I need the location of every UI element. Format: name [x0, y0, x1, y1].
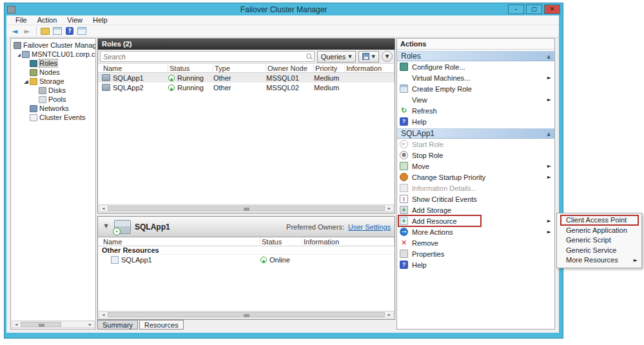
action-move[interactable]: Move ►	[397, 161, 554, 172]
collapse-icon[interactable]: ▲	[547, 129, 551, 138]
action-refresh[interactable]: ↻ Refresh	[397, 105, 554, 116]
submenu-generic-service[interactable]: Generic Service	[557, 246, 641, 256]
app-window: Failover Cluster Manager – □ ✕ File Acti…	[4, 3, 563, 339]
submenu-client-access-point[interactable]: Client Access Point	[557, 215, 641, 226]
column-owner-node[interactable]: Owner Node	[266, 64, 314, 73]
role-icon	[102, 84, 110, 91]
menu-file[interactable]: File	[10, 15, 32, 25]
action-view[interactable]: View ►	[397, 94, 554, 105]
close-button[interactable]: ✕	[544, 5, 560, 14]
main-content: Failover Cluster Manager MSNTCLU01.corp.…	[8, 38, 558, 326]
scroll-right-icon[interactable]: ►	[385, 311, 393, 318]
section-header-sqlapp1[interactable]: SQLApp1 ▲	[397, 128, 554, 139]
queries-button[interactable]: Queries ▼	[317, 51, 356, 63]
scroll-thumb[interactable]	[108, 206, 385, 211]
help-icon[interactable]: ?	[64, 26, 75, 36]
submenu-generic-script[interactable]: Generic Script	[557, 235, 641, 246]
detail-horizontal-scrollbar[interactable]: ◄ ►	[99, 311, 394, 319]
column-status[interactable]: Status	[168, 64, 213, 73]
tree-item-nodes[interactable]: Nodes	[11, 68, 95, 77]
search-input[interactable]	[101, 52, 314, 61]
action-add-resource[interactable]: + Add Resource ►	[397, 215, 554, 226]
tree-item-storage[interactable]: Storage	[11, 77, 95, 86]
more-actions-icon: →	[400, 228, 408, 236]
action-stop-role[interactable]: ■ Stop Role	[397, 150, 554, 161]
tab-summary[interactable]: Summary	[97, 320, 138, 330]
action-create-empty-role[interactable]: Create Empty Role	[397, 83, 554, 94]
action-virtual-machines[interactable]: Virtual Machines... ►	[397, 72, 554, 83]
collapse-detail-icon[interactable]: ▼	[102, 222, 110, 231]
create-empty-role-icon	[400, 84, 408, 93]
expander-icon[interactable]	[17, 52, 21, 57]
search-icon	[306, 54, 311, 59]
resource-group-header: Other Resources	[98, 246, 395, 255]
action-add-storage[interactable]: + Add Storage	[397, 204, 554, 215]
table-row[interactable]: SQLApp1 ▲Online	[98, 255, 395, 264]
column-priority[interactable]: Priority	[314, 64, 345, 73]
folder-up-icon[interactable]	[39, 26, 51, 36]
console-window-icon-2[interactable]	[76, 26, 88, 36]
action-remove[interactable]: ✕ Remove	[397, 237, 554, 248]
submenu-arrow-icon: ►	[634, 255, 638, 265]
menu-action[interactable]: Action	[32, 15, 63, 25]
roles-list-panel: Roles (2) Queries ▼ ▼	[97, 38, 395, 213]
submenu-generic-application[interactable]: Generic Application	[557, 226, 641, 236]
action-change-startup-priority[interactable]: Change Startup Priority ►	[397, 172, 554, 182]
section-header-roles[interactable]: Roles ▲	[397, 51, 554, 61]
column-name[interactable]: Name	[102, 237, 260, 246]
action-configure-role[interactable]: Configure Role...	[397, 61, 554, 72]
column-type[interactable]: Type	[213, 64, 266, 73]
action-show-critical-events[interactable]: ! Show Critical Events	[397, 193, 554, 204]
action-more-actions[interactable]: → More Actions ►	[397, 226, 554, 237]
expander-icon[interactable]	[24, 79, 28, 84]
tree-item-cluster[interactable]: MSNTCLU01.corp.contoso.	[11, 50, 95, 59]
scroll-left-icon[interactable]: ◄	[99, 311, 107, 318]
action-properties[interactable]: Properties	[397, 248, 554, 259]
scroll-left-icon[interactable]: ◄	[99, 205, 107, 212]
window-client-area: File Action View Help ◄ ► ? Failover Clu…	[6, 15, 559, 333]
help-icon: ?	[400, 261, 408, 269]
action-help[interactable]: ? Help	[397, 116, 554, 127]
scroll-left-icon[interactable]: ◄	[12, 321, 20, 328]
menu-view[interactable]: View	[62, 15, 88, 25]
submenu-more-resources[interactable]: More Resources ►	[557, 255, 641, 266]
roles-horizontal-scrollbar[interactable]: ◄ ►	[99, 204, 394, 212]
column-information[interactable]: Information	[345, 64, 395, 73]
nodes-icon	[30, 69, 37, 76]
detail-tabs: Summary Resources	[97, 320, 185, 330]
tree-item-pools[interactable]: Pools	[11, 95, 95, 104]
scroll-right-icon[interactable]: ►	[385, 205, 393, 212]
tree-horizontal-scrollbar[interactable]: ◄ ►	[12, 320, 95, 328]
action-help-2[interactable]: ? Help	[397, 259, 554, 270]
scroll-thumb[interactable]	[21, 322, 61, 327]
tree-item-cluster-events[interactable]: Cluster Events	[11, 113, 95, 122]
actions-title: Actions	[397, 39, 554, 50]
forward-icon[interactable]: ►	[21, 26, 33, 36]
column-name[interactable]: Name	[102, 64, 168, 73]
tab-resources[interactable]: Resources	[139, 320, 184, 330]
save-query-button[interactable]: ▼	[358, 51, 379, 63]
tree-item-root[interactable]: Failover Cluster Manager	[11, 41, 95, 50]
preferred-owners-label: Preferred Owners:	[286, 223, 344, 231]
collapse-icon[interactable]: ▲	[547, 52, 551, 61]
console-window-icon[interactable]	[52, 26, 63, 36]
menu-help[interactable]: Help	[88, 15, 113, 25]
resources-table-header: Name Status Information	[98, 237, 395, 246]
cluster-icon	[22, 51, 30, 58]
title-bar[interactable]: Failover Cluster Manager – □ ✕	[5, 3, 563, 15]
table-row[interactable]: SQLApp2 ▲Running Other MSSQL02 Medium	[98, 83, 395, 92]
table-row[interactable]: SQLApp1 ▲Running Other MSSQL01 Medium	[98, 73, 395, 83]
scroll-thumb[interactable]	[108, 312, 385, 317]
column-status[interactable]: Status	[260, 237, 302, 246]
tree-item-disks[interactable]: Disks	[11, 86, 95, 95]
tree-item-networks[interactable]: Networks	[11, 104, 95, 113]
maximize-button[interactable]: □	[526, 5, 542, 14]
change-priority-icon	[400, 173, 408, 181]
column-information[interactable]: Information	[302, 237, 395, 246]
collapse-search-button[interactable]: ▼	[382, 51, 393, 62]
back-icon[interactable]: ◄	[9, 26, 21, 36]
scroll-right-icon[interactable]: ►	[86, 321, 94, 328]
minimize-button[interactable]: –	[508, 5, 524, 14]
tree-item-roles[interactable]: Roles	[11, 59, 95, 68]
user-settings-link[interactable]: User Settings	[348, 223, 391, 231]
